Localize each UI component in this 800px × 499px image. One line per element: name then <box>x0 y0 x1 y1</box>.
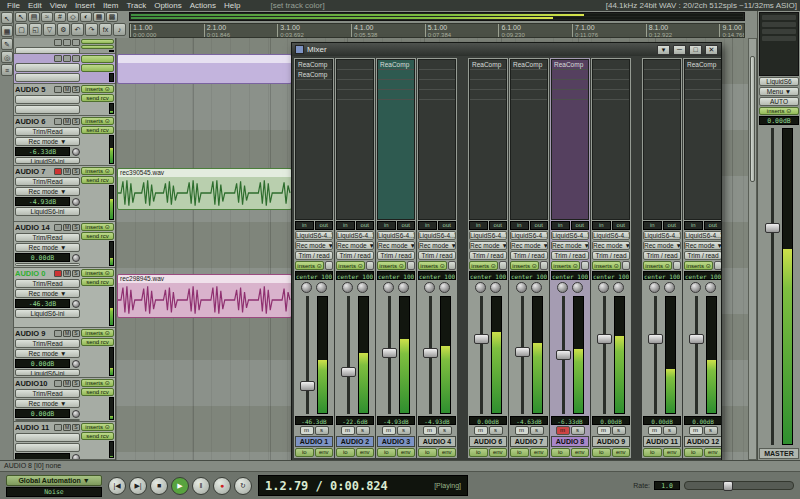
volume-fader[interactable] <box>515 296 530 414</box>
tool-button-icon[interactable]: ▦ <box>1 25 13 37</box>
inserts-button[interactable]: inserts ⊙ <box>469 261 498 270</box>
fader-handle[interactable] <box>515 347 530 357</box>
solo-button[interactable]: s <box>663 426 677 435</box>
track-name[interactable]: AUDIO 11 <box>15 423 53 432</box>
pan-knob[interactable] <box>72 254 80 262</box>
rec-mode-button[interactable]: Rec mode ▼ <box>510 241 548 250</box>
automation-mode-button[interactable]: Trim / read <box>592 251 630 260</box>
automation-mode-button[interactable]: Trim / read <box>469 251 507 260</box>
env-button[interactable]: env <box>438 448 457 457</box>
volume-fader[interactable] <box>341 296 356 414</box>
fx-slot[interactable] <box>470 70 506 80</box>
rec-mode-button[interactable]: Rec mode ▼ <box>15 399 80 408</box>
track-name[interactable]: AUDIO 14 <box>15 223 53 232</box>
input-button[interactable]: in <box>469 221 488 230</box>
track-name[interactable]: AUDIO10 <box>15 379 53 388</box>
track-name[interactable]: AUDIO 0 <box>15 269 53 278</box>
fx-slot[interactable] <box>419 80 455 90</box>
fx-slot[interactable] <box>337 60 373 70</box>
send-rcv-button[interactable]: send rcv <box>81 176 114 184</box>
io-device-button[interactable]: LiquidS6-4..1 <box>551 231 589 240</box>
fx-slot[interactable] <box>419 90 455 100</box>
env-button[interactable]: env <box>315 448 334 457</box>
record-arm-button[interactable] <box>54 86 62 93</box>
output-button[interactable]: out <box>438 221 457 230</box>
fader-handle[interactable] <box>300 381 315 391</box>
inserts-button[interactable]: inserts ⊙ <box>684 261 713 270</box>
io-device-button[interactable]: LiquidS6-ini <box>15 157 80 164</box>
track-panel-row[interactable]: AUDIO 14 M S Trim/Read Rec mode ▼ 0.00dB… <box>14 222 115 268</box>
fx-bypass-dot[interactable] <box>714 261 721 270</box>
fx-slot[interactable] <box>685 90 721 100</box>
pan-knob[interactable] <box>72 300 80 308</box>
mute-button[interactable]: M <box>63 330 71 337</box>
io-device-button[interactable]: LiquidS6-ini <box>15 263 80 266</box>
toolbar-button-icon[interactable]: ♪ <box>113 23 126 36</box>
fx-bypass-dot[interactable] <box>540 261 548 270</box>
media-item[interactable]: rec390545.wav <box>117 168 292 210</box>
automation-mode-button[interactable]: Trim / read <box>551 251 589 260</box>
rec-mode-button[interactable]: Rec mode ▼ <box>15 243 80 252</box>
record-arm-button[interactable] <box>54 330 62 337</box>
inserts-button[interactable]: inserts ⊙ <box>643 261 672 270</box>
menu-item[interactable]: View <box>46 0 71 11</box>
inserts-button[interactable]: inserts ⊙ <box>418 261 447 270</box>
toolbar-button-icon[interactable]: ◐ <box>80 12 92 22</box>
transport-button-icon[interactable]: ‖ <box>192 477 210 495</box>
width-knob[interactable] <box>572 282 583 293</box>
fx-slot[interactable] <box>296 90 332 100</box>
inserts-button[interactable]: inserts ⊙ <box>81 329 114 337</box>
mute-button[interactable] <box>63 55 71 62</box>
mute-button[interactable]: m <box>556 426 570 435</box>
fx-slot[interactable] <box>511 70 547 80</box>
solo-button[interactable]: s <box>704 426 718 435</box>
output-button[interactable]: out <box>612 221 631 230</box>
width-knob[interactable] <box>705 282 716 293</box>
volume-fader[interactable] <box>423 296 438 414</box>
fx-bypass-dot[interactable] <box>366 261 374 270</box>
env-button[interactable]: env <box>489 448 508 457</box>
toolbar-button-icon[interactable]: ↖ <box>15 12 27 22</box>
env-button[interactable]: env <box>704 448 722 457</box>
media-item[interactable]: rec298945.wav <box>117 274 292 318</box>
rec-mode-button[interactable]: Rec mode ▼ <box>15 187 80 196</box>
fx-slot[interactable]: ReaComp <box>296 70 332 80</box>
solo-button[interactable]: s <box>397 426 411 435</box>
send-rcv-button[interactable]: send rcv <box>81 388 114 396</box>
pan-knob[interactable] <box>649 282 660 293</box>
output-button[interactable]: out <box>489 221 508 230</box>
fx-bypass-dot[interactable] <box>499 261 507 270</box>
inserts-button[interactable]: inserts ⊙ <box>81 223 114 231</box>
tool-button-icon[interactable]: ✎ <box>1 38 13 50</box>
mute-button[interactable]: m <box>515 426 529 435</box>
record-arm-button[interactable] <box>54 118 62 125</box>
send-rcv-button[interactable]: send rcv <box>81 126 114 134</box>
solo-button[interactable]: S <box>72 86 80 93</box>
io-device-button[interactable]: LiquidS6-ini <box>15 369 80 376</box>
track-panel-row[interactable] <box>14 38 115 54</box>
mute-button[interactable]: M <box>63 380 71 387</box>
transport-button-icon[interactable]: ↻ <box>234 477 252 495</box>
automation-mode-button[interactable]: Trim / read <box>377 251 415 260</box>
tool-button-icon[interactable]: ↖ <box>1 12 13 24</box>
io-routing-button[interactable]: io <box>643 448 662 457</box>
fader-handle[interactable] <box>556 350 571 360</box>
inserts-button[interactable]: inserts ⊙ <box>377 261 406 270</box>
fx-slot[interactable] <box>470 80 506 90</box>
automation-mode-button[interactable]: Trim/Read <box>15 233 80 242</box>
transport-button-icon[interactable]: ▶ <box>171 477 189 495</box>
solo-button[interactable]: s <box>571 426 585 435</box>
inserts-button[interactable]: inserts ⊙ <box>510 261 539 270</box>
volume-fader[interactable] <box>689 296 704 414</box>
rec-mode-button[interactable]: Rec mode ▼ <box>295 241 333 250</box>
fx-slot[interactable] <box>378 70 414 80</box>
fx-bypass-dot[interactable] <box>407 261 415 270</box>
io-routing-button[interactable]: io <box>510 448 529 457</box>
mute-button[interactable]: M <box>63 86 71 93</box>
menu-item[interactable]: Actions <box>186 0 220 11</box>
rec-mode-button[interactable]: Rec mode ▼ <box>15 349 80 358</box>
width-knob[interactable] <box>613 282 624 293</box>
transport-button-icon[interactable]: ▶| <box>129 477 147 495</box>
solo-button[interactable]: S <box>72 270 80 277</box>
send-rcv-button[interactable]: send rcv <box>81 432 114 440</box>
